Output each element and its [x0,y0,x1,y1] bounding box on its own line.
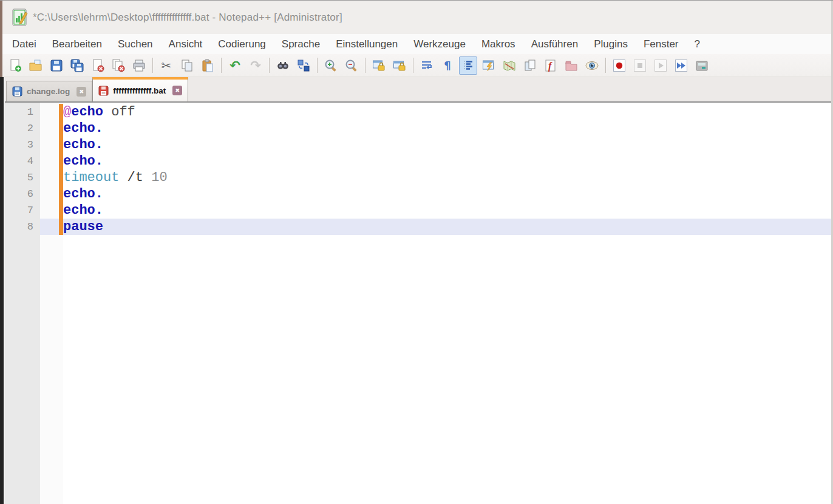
menu-item-fenster[interactable]: Fenster [636,36,687,53]
folder-as-workspace-icon[interactable] [562,56,580,75]
line-number: 2 [0,120,40,137]
code-line[interactable]: 3echo. [0,137,833,153]
menu-item-ansicht[interactable]: Ansicht [161,36,211,53]
tab-close-icon[interactable]: ✖ [172,86,182,95]
close-file-icon[interactable] [89,56,107,75]
document-map-icon[interactable] [500,56,518,75]
save-file-icon[interactable] [47,56,66,75]
bookmark-margin-cell [40,153,59,169]
code-token: pause [63,219,103,234]
tab-close-icon[interactable]: ✖ [76,87,86,97]
window-title: *C:\Users\lehrm\Desktop\ffffffffffffff.b… [33,12,342,24]
sync-horizontal-scroll-icon[interactable] [390,56,409,75]
code-line[interactable]: 1@echo off [0,104,833,120]
macro-record-icon[interactable] [610,56,628,75]
change-marker [59,153,63,169]
menu-item-sprache[interactable]: Sprache [274,36,328,53]
code-token: echo. [63,154,103,169]
change-marker [59,169,63,186]
tab-bar: change.log ✖ ffffffffffffff.bat ✖ [0,77,833,103]
code-line[interactable]: 6echo. [0,186,833,202]
title-bar: *C:\Users\lehrm\Desktop\ffffffffffffff.b… [0,1,833,34]
bookmark-margin-cell [40,169,59,186]
print-icon[interactable] [130,56,148,75]
code-token: off [103,104,135,120]
code-line[interactable]: 5timeout /t 10 [0,169,833,186]
menu-item-plugins[interactable]: Plugins [586,36,636,53]
replace-icon[interactable] [294,56,313,75]
change-marker [59,120,63,137]
paste-icon[interactable] [199,56,217,75]
bookmark-margin-cell [40,120,59,137]
macro-play-icon[interactable] [651,56,670,75]
menu-bar: DateiBearbeitenSuchenAnsichtCodierungSpr… [0,34,833,54]
function-list-icon[interactable]: f [542,56,560,75]
copy-icon[interactable] [178,56,196,75]
zoom-in-icon[interactable] [322,56,340,75]
close-all-icon[interactable] [109,56,127,75]
line-number: 1 [0,104,40,120]
macro-run-multiple-icon[interactable] [672,56,690,75]
save-all-icon[interactable] [68,56,86,75]
show-indent-guide-icon[interactable] [459,56,477,75]
open-file-icon[interactable] [27,56,45,75]
undo-icon[interactable]: ↶ [226,56,244,75]
tab-change-log[interactable]: change.log ✖ [6,81,92,101]
code-token: timeout [63,170,119,185]
zoom-out-icon[interactable] [342,56,361,75]
code-text: echo. [63,202,833,219]
bookmark-margin-cell [40,186,59,202]
code-token: echo. [63,137,103,152]
code-token: echo. [63,121,103,136]
tab-bat-file[interactable]: ffffffffffffff.bat ✖ [92,77,188,101]
menu-item-?[interactable]: ? [687,36,708,53]
cut-icon[interactable]: ✂ [157,56,175,75]
menu-item-ausfhren[interactable]: Ausführen [523,36,586,53]
code-token: @ [63,104,71,120]
macro-stop-icon[interactable] [631,56,649,75]
menu-item-suchen[interactable]: Suchen [110,36,161,53]
line-number: 6 [0,186,40,202]
word-wrap-icon[interactable] [418,56,436,75]
find-icon[interactable] [274,56,292,75]
bookmark-margin-cell [40,137,59,153]
code-token: echo. [63,186,103,202]
code-text: echo. [63,137,833,153]
code-area[interactable]: 1@echo off2echo.3echo.4echo.5timeout /t … [0,104,833,235]
function-list-panel-icon[interactable] [480,56,498,75]
menu-item-werkzeuge[interactable]: Werkzeuge [406,36,474,53]
code-line[interactable]: 7echo. [0,202,833,219]
code-line[interactable]: 8pause [0,219,833,235]
change-marker [59,219,63,235]
change-marker [59,186,63,202]
show-all-characters-icon[interactable]: ¶ [438,56,457,75]
monitoring-icon[interactable] [583,56,601,75]
document-switcher-icon[interactable] [521,56,539,75]
bookmark-margin-cell [40,219,59,235]
code-text: echo. [63,120,833,137]
menu-item-bearbeiten[interactable]: Bearbeiten [44,36,110,53]
code-line[interactable]: 2echo. [0,120,833,137]
sync-vertical-scroll-icon[interactable] [370,56,388,75]
bookmark-margin-cell [40,104,59,120]
new-file-icon[interactable] [6,56,24,75]
menu-item-datei[interactable]: Datei [4,36,44,53]
line-number: 5 [0,169,40,186]
menu-item-codierung[interactable]: Codierung [210,36,273,53]
code-token: echo [71,104,103,120]
code-token: /t [119,170,143,185]
notepad-plus-plus-window: *C:\Users\lehrm\Desktop\ffffffffffffff.b… [0,0,833,504]
line-number: 8 [0,219,40,235]
menu-item-makros[interactable]: Makros [474,36,523,53]
toolbar: ✂↶↷¶f [0,54,833,77]
macro-save-icon[interactable] [693,56,711,75]
window-frame-left [4,77,5,504]
editor-pane[interactable]: 1@echo off2echo.3echo.4echo.5timeout /t … [0,103,833,504]
redo-icon[interactable]: ↷ [246,56,265,75]
menu-item-einstellungen[interactable]: Einstellungen [328,36,406,53]
code-line[interactable]: 4echo. [0,153,833,169]
tab-label: ffffffffffffff.bat [113,86,166,95]
code-text: pause [63,219,833,235]
change-marker [59,202,63,219]
toolbar-separator [413,58,413,73]
